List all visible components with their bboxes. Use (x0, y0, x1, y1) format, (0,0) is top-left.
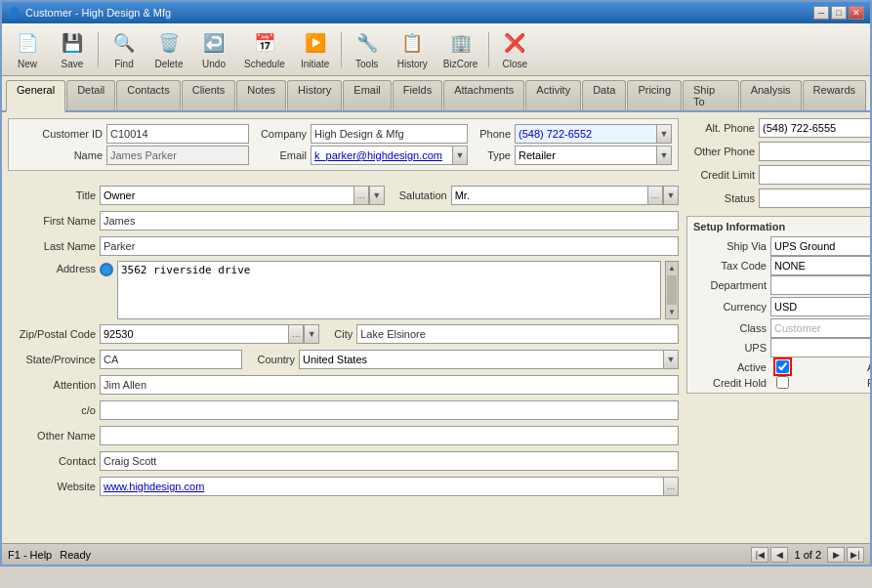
state-input[interactable] (100, 350, 242, 369)
tab-fields[interactable]: Fields (393, 80, 442, 110)
first-name-row: First Name (8, 210, 679, 231)
bizcore-button[interactable]: 🏢 BizCore (436, 26, 485, 72)
title-dropdown-btn[interactable]: … (353, 186, 369, 205)
tab-data[interactable]: Data (582, 80, 626, 110)
address-input[interactable]: 3562 riverside drive (117, 261, 661, 319)
tab-history[interactable]: History (287, 80, 342, 110)
name-input[interactable] (106, 146, 249, 165)
last-name-input[interactable] (100, 236, 679, 256)
website-dropdown-btn[interactable]: … (663, 477, 679, 496)
scroll-thumb[interactable] (667, 275, 677, 305)
delete-button[interactable]: 🗑️ Delete (147, 26, 190, 72)
salutation-arrow-btn[interactable]: ▼ (663, 186, 679, 205)
zip-dropdown-btn[interactable]: … (288, 324, 304, 344)
contact-row: Contact (8, 450, 679, 472)
type-input[interactable] (515, 146, 656, 165)
address-scrollbar[interactable]: ▲ ▼ (665, 261, 679, 319)
scroll-down-btn[interactable]: ▼ (666, 306, 678, 318)
minimize-button[interactable]: ─ (813, 6, 829, 20)
initiate-button[interactable]: ▶️ Initiate (294, 26, 337, 72)
city-input[interactable] (356, 324, 679, 344)
schedule-button[interactable]: 📅 Schedule (237, 26, 292, 72)
tab-notes[interactable]: Notes (236, 80, 286, 110)
tab-email[interactable]: Email (343, 80, 392, 110)
customer-id-input[interactable] (106, 124, 249, 144)
alt-phone-input[interactable] (759, 118, 870, 138)
ship-via-input[interactable] (770, 236, 870, 256)
country-input[interactable] (299, 350, 663, 369)
phone-label: Phone (472, 128, 511, 140)
title-input[interactable] (100, 186, 353, 205)
find-button[interactable]: 🔍 Find (103, 26, 145, 72)
contact-input[interactable] (100, 451, 679, 471)
type-dropdown-btn[interactable]: ▼ (656, 146, 672, 165)
tab-activity[interactable]: Activity (525, 80, 581, 110)
tab-ship-to[interactable]: Ship To (683, 80, 739, 110)
country-label: Country (246, 354, 295, 365)
prev-page-btn[interactable]: ◀ (770, 547, 788, 563)
alt-phone-row: Alt. Phone … Fax … (686, 118, 870, 138)
title-arrow-btn[interactable]: ▼ (369, 186, 385, 205)
zip-arrow-btn[interactable]: ▼ (304, 324, 319, 344)
navigation-controls: |◀ ◀ 1 of 2 ▶ ▶| (751, 547, 864, 563)
company-label: Company (253, 128, 307, 140)
close-button[interactable]: ❌ Close (493, 26, 536, 72)
credit-limit-input[interactable] (759, 165, 870, 185)
first-name-input[interactable] (100, 211, 679, 231)
company-input[interactable] (311, 124, 468, 144)
last-page-btn[interactable]: ▶| (847, 547, 864, 563)
new-button[interactable]: 📄 New (6, 26, 49, 72)
maximize-button[interactable]: □ (831, 6, 847, 20)
active-checkbox[interactable] (776, 360, 789, 373)
website-input[interactable] (100, 477, 663, 496)
email-input[interactable] (311, 146, 452, 165)
tab-pricing[interactable]: Pricing (627, 80, 682, 110)
status-input[interactable] (759, 189, 870, 208)
ups-input[interactable] (770, 338, 870, 357)
tab-contacts[interactable]: Contacts (116, 80, 180, 110)
tools-button[interactable]: 🔧 Tools (346, 26, 389, 72)
customer-id-label: Customer ID (15, 128, 103, 140)
new-icon: 📄 (14, 29, 41, 57)
email-dropdown-btn[interactable]: ▼ (452, 146, 468, 165)
tab-clients[interactable]: Clients (182, 80, 236, 110)
phone-dropdown-btn[interactable]: ▼ (656, 124, 672, 144)
currency-input[interactable] (770, 297, 870, 316)
department-label: Department (693, 279, 767, 291)
salutation-input[interactable] (451, 186, 647, 205)
co-label: c/o (8, 404, 96, 416)
address-row: Address 🌐 3562 riverside drive ▲ ▼ (8, 261, 679, 319)
close-icon: ❌ (501, 29, 528, 57)
phone-input[interactable] (515, 124, 656, 144)
currency-row: Currency ▼ Customer Code ▼ (693, 295, 870, 318)
tab-detail[interactable]: Detail (66, 80, 115, 110)
active-label: Active (693, 361, 767, 373)
salutation-dropdown-btn[interactable]: … (647, 186, 663, 205)
attention-input[interactable] (100, 375, 679, 395)
first-page-btn[interactable]: |◀ (751, 547, 768, 563)
class-input[interactable] (770, 318, 870, 338)
next-page-btn[interactable]: ▶ (827, 547, 845, 563)
tab-analysis[interactable]: Analysis (740, 80, 802, 110)
credit-hold-checkbox[interactable] (776, 376, 789, 389)
tab-general[interactable]: General (6, 80, 65, 112)
undo-button[interactable]: ↩️ Undo (192, 26, 235, 72)
scroll-up-btn[interactable]: ▲ (666, 262, 678, 274)
other-name-input[interactable] (100, 426, 679, 445)
tools-icon: 🔧 (353, 29, 381, 57)
tab-rewards[interactable]: Rewards (803, 80, 866, 110)
close-window-button[interactable]: ✕ (849, 6, 864, 20)
department-input[interactable] (770, 275, 870, 295)
other-phone-input[interactable] (759, 142, 870, 161)
zip-input[interactable] (100, 324, 288, 344)
tax-code-input[interactable] (770, 256, 870, 275)
history-toolbar-button[interactable]: 📋 History (391, 26, 435, 72)
class-row: Class ▼ Worker's Code ▼ (693, 318, 870, 338)
po-required-label: PO Required (867, 377, 870, 389)
co-input[interactable] (100, 400, 679, 420)
find-icon: 🔍 (110, 29, 138, 57)
city-label: City (323, 328, 353, 340)
save-button[interactable]: 💾 Save (51, 26, 94, 72)
country-dropdown-btn[interactable]: ▼ (663, 350, 679, 369)
tab-attachments[interactable]: Attachments (443, 80, 524, 110)
